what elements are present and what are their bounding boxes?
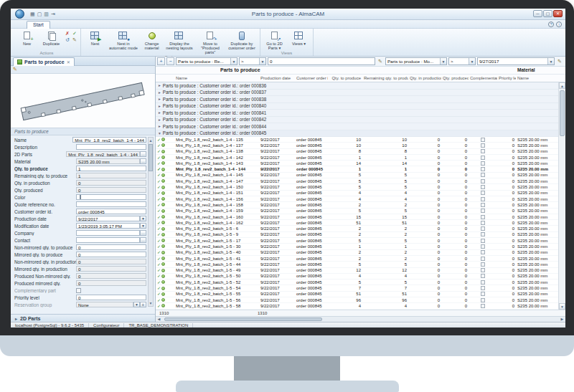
new-button[interactable]: + New [15, 29, 39, 47]
field-input-priority-level[interactable]: 0 [76, 295, 146, 300]
table-scrollbar-thumb[interactable] [560, 90, 565, 136]
reservation-group-icon[interactable]: ≡ [140, 302, 146, 307]
expand-group-icon[interactable]: ▸ [159, 97, 161, 101]
table-row[interactable]: ✓Mnt_Ply_1.8_rev2_batch_1-4 - 1589/22/20… [156, 202, 558, 208]
table-row[interactable]: ✓Mnt_Ply_1.8_rev2_batch_1-4 - 1599/22/20… [156, 209, 558, 214]
filter2-value-input[interactable]: 9/27/2017▼ [477, 57, 555, 65]
column-header[interactable]: Remaining qty. to produce [362, 76, 408, 80]
complementary-checkbox[interactable] [481, 274, 485, 278]
filter1-operator-select[interactable]: >▼ [239, 57, 266, 65]
expand-group-icon[interactable]: ▸ [159, 110, 161, 115]
filter2-field-select[interactable]: Parts to produce : Mo...▼ [385, 57, 447, 65]
window-icon[interactable]: ▢ [37, 11, 42, 17]
complementary-checkbox[interactable] [481, 185, 485, 189]
field-input-qty-to-produce[interactable]: 1 [76, 166, 146, 171]
complementary-checkbox[interactable] [481, 156, 485, 160]
tab-start[interactable]: Start [27, 21, 50, 29]
table-row[interactable]: ✓Mnt_Ply_1.8_rev2_batch_1-5 - 419/22/201… [156, 256, 558, 262]
column-header[interactable]: Qty. produced [441, 76, 469, 80]
collapse-group-icon[interactable]: ▾ [159, 131, 161, 135]
complementary-checkbox[interactable] [481, 221, 485, 225]
complementary-checkbox[interactable] [481, 143, 485, 148]
complementary-checkbox[interactable] [481, 138, 485, 142]
complementary-checkbox[interactable] [481, 232, 485, 236]
complementary-checkbox[interactable] [481, 167, 485, 171]
table-row[interactable]: ✓Mnt_Ply_1.8_rev2_batch_1-5 - 309/22/201… [156, 244, 558, 249]
table-row[interactable]: ✓Mnt_Ply_1.8_rev2_batch_1-5 - 559/22/201… [156, 292, 558, 297]
table-row[interactable]: ✓Mnt_Ply_1.8_rev2_batch_1-4 - 1609/22/20… [156, 214, 558, 220]
table-row[interactable]: ✓Mnt_Ply_1.8_rev2_batch_1-5 - 549/22/201… [156, 285, 558, 291]
table-row[interactable]: ✓Mnt_Ply_1.8_rev2_batch_1-4 - 1429/22/20… [156, 155, 558, 161]
column-header[interactable]: Customer order id. ▴ [295, 76, 328, 80]
complementary-checkbox[interactable] [481, 161, 485, 166]
table-row[interactable]: ✓Mnt_Ply_1.8_rev2_batch_1-5 - 589/22/201… [156, 303, 558, 309]
scroll-down-icon[interactable]: ▼ [149, 300, 153, 306]
tab-close-icon[interactable]: ✕ [67, 59, 70, 64]
column-header[interactable]: Qty. to produce [328, 76, 362, 80]
complementary-checkbox[interactable] [481, 203, 485, 207]
maximize-button[interactable]: ▢ [543, 10, 552, 17]
help-icon[interactable]: ? [548, 21, 554, 27]
delete-icon[interactable]: ✗ [64, 31, 71, 37]
customize-icon[interactable]: ⇥ [51, 11, 55, 17]
field-input-quote-reference-no-[interactable] [76, 201, 146, 207]
complementary-checkbox[interactable] [481, 191, 485, 195]
form-scrollbar-thumb[interactable] [149, 144, 153, 171]
expand-group-icon[interactable]: ▸ [159, 124, 161, 128]
add-filter-button[interactable]: + [157, 57, 165, 65]
nest-automatic-button[interactable]: ● Nest in automatic mode [108, 29, 139, 51]
table-row[interactable]: ✓Mnt_Ply_1.8_rev2_batch_1-4 - 1359/22/20… [156, 137, 558, 143]
edit-filter1-icon[interactable]: ✎ [377, 59, 384, 64]
complementary-checkbox[interactable] [481, 250, 485, 254]
field-input-mirrored-qty-in-production[interactable]: 0 [76, 266, 146, 272]
expand-group-icon[interactable]: ▸ [159, 90, 161, 95]
column-header[interactable]: Name [516, 76, 559, 80]
scroll-up-icon[interactable]: ▲ [559, 82, 565, 89]
column-header[interactable]: Priority le... [497, 76, 516, 80]
field-input-modification-date[interactable]: 1/23/2019 3:05:17 PM [76, 223, 140, 229]
complementary-checkbox[interactable] [481, 209, 485, 213]
table-row[interactable]: ✓Mnt_Ply_1.8_rev2_batch_1-5 - 69/22/2017… [156, 226, 558, 231]
views-button[interactable]: Views ▾ [287, 29, 311, 47]
field-input-name[interactable]: Mnt_Ply_1.8_rev2_batch_1-4 - 144 [72, 137, 146, 143]
application-menu-button[interactable] [15, 9, 24, 19]
group-row[interactable]: ▸Parts to produce : Customer order id.: … [156, 82, 558, 90]
table-row[interactable]: ✓Mnt_Ply_1.8_rev2_batch_1-5 - 99/22/2017… [156, 232, 558, 238]
browse-button[interactable]: … [140, 151, 146, 157]
field-input-2d-parts[interactable]: Mnt_Ply_1.8_rev2_batch_1-4 - 144 [66, 151, 140, 157]
table-row[interactable]: ✓Mnt_Ply_1.8_rev2_batch_1-5 - 409/22/201… [156, 250, 558, 256]
scroll-down-icon[interactable]: ▼ [559, 303, 565, 310]
complementary-checkbox[interactable] [481, 298, 485, 302]
field-input-material[interactable]: S235 20.00 mm [76, 158, 140, 164]
column-header[interactable]: Qty. in production [408, 76, 441, 80]
scroll-right-icon[interactable]: ▶ [559, 317, 565, 322]
table-row[interactable]: ✓Mnt_Ply_1.8_rev2_batch_1-4 - 1389/22/20… [156, 149, 558, 155]
minimize-button[interactable]: ─ [533, 10, 542, 17]
tab-parts-to-produce[interactable]: Parts to produce ✕ [13, 57, 75, 66]
refresh-icon[interactable]: ↺ [64, 37, 71, 44]
checkbox-complementary-part[interactable] [76, 288, 81, 293]
hscrollbar-thumb[interactable] [164, 317, 322, 321]
complementary-checkbox[interactable] [481, 268, 485, 272]
move-to-produced-parts-button[interactable]: ↷ Move to "Produced parts" [195, 29, 225, 55]
complementary-checkbox[interactable] [481, 179, 485, 183]
complementary-checkbox[interactable] [481, 239, 485, 243]
table-horizontal-scrollbar[interactable]: ◀ ▶ [156, 316, 565, 322]
complementary-checkbox[interactable] [481, 304, 485, 308]
change-material-button[interactable]: Change material [140, 29, 164, 51]
table-row[interactable]: ✓Mnt_Ply_1.8_rev2_batch_1-4 - 1509/22/20… [156, 184, 558, 190]
table-row[interactable]: ✓Mnt_Ply_1.8_rev2_batch_1-4 - 1459/22/20… [156, 173, 558, 178]
complementary-checkbox[interactable] [481, 149, 485, 153]
group-row[interactable]: ▸Parts to produce : Customer order id.: … [156, 117, 558, 124]
appearance-icon[interactable]: ✎ [13, 67, 17, 72]
table-row[interactable]: ✓Mnt_Ply_1.8_rev2_batch_1-4 - 1519/22/20… [156, 191, 558, 196]
complementary-checkbox[interactable] [481, 244, 485, 249]
edit-icon[interactable]: ✎ [71, 37, 78, 44]
group-row[interactable]: ▾Parts to produce : Customer order id.: … [156, 130, 558, 138]
info-icon[interactable]: i [556, 21, 562, 27]
complementary-checkbox[interactable] [481, 286, 485, 290]
table-row[interactable]: ✓Mnt_Ply_1.8_rev2_batch_1-4 - 1439/22/20… [156, 161, 558, 166]
go-to-2d-parts-button[interactable]: ↗ Go to 2D Parts ▾ [263, 29, 286, 51]
field-input-production-date[interactable]: 9/22/2017 [76, 216, 140, 221]
group-row[interactable]: ▸Parts to produce : Customer order id.: … [156, 110, 558, 117]
